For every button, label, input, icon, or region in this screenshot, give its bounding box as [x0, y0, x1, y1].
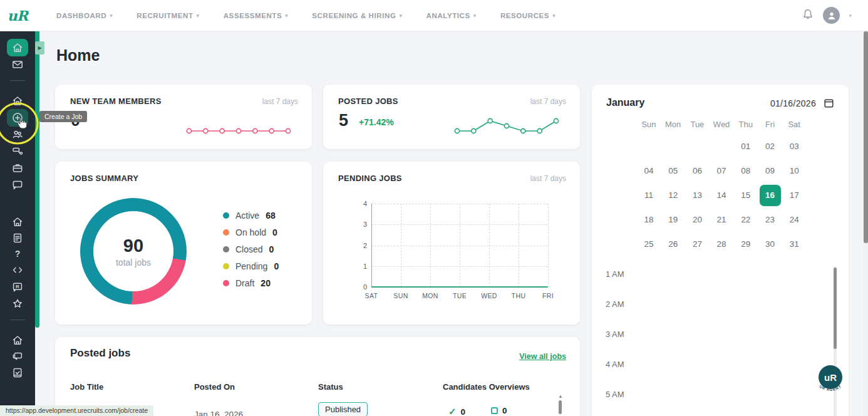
calendar-day-23[interactable]: 23: [760, 209, 781, 231]
card-period: last 7 days: [530, 97, 566, 106]
legend-label: Pending: [235, 261, 267, 271]
calendar-day-15[interactable]: 15: [735, 185, 757, 206]
calendar-day-20[interactable]: 20: [686, 209, 708, 231]
sidebar-item-messages[interactable]: [7, 176, 28, 194]
gridline-v: [401, 204, 401, 287]
calendar-day-09[interactable]: 09: [760, 160, 781, 182]
sidebar-item-help[interactable]: ?: [7, 245, 28, 263]
sidebar-item-workflow[interactable]: [7, 142, 28, 160]
create-job-icon: [11, 112, 24, 124]
home-alt-icon: [11, 216, 24, 228]
calendar-day-30[interactable]: 30: [760, 234, 781, 255]
calendar-day-18[interactable]: 18: [638, 209, 659, 231]
viewport-scrollbar-track[interactable]: [864, 31, 868, 416]
calendar-day-03[interactable]: 03: [783, 136, 805, 157]
table-scrollbar[interactable]: ▲: [558, 393, 562, 414]
chevron-down-icon: ▾: [552, 13, 555, 19]
calendar-day-06[interactable]: 06: [686, 160, 708, 182]
nav-item-dashboard[interactable]: DASHBOARD▾: [56, 12, 113, 19]
sidebar-item-building[interactable]: [7, 92, 28, 110]
calendar-day-01[interactable]: 01: [735, 136, 757, 157]
help-icon: ?: [11, 247, 24, 260]
calendar-day-28[interactable]: 28: [711, 234, 732, 255]
donut-center: 90 total jobs: [93, 211, 173, 291]
sidebar-item-mail[interactable]: [7, 56, 28, 73]
building-icon: [11, 95, 24, 107]
notifications-bell-icon[interactable]: [802, 8, 814, 23]
nav-item-label: SCREENING & HIRING: [312, 12, 396, 19]
calendar-day-12[interactable]: 12: [663, 185, 684, 206]
home-icon: [11, 41, 24, 54]
calendar-day-31[interactable]: 31: [783, 234, 805, 255]
calendar-day-08[interactable]: 08: [735, 160, 757, 182]
calendar-day-02[interactable]: 02: [760, 136, 781, 157]
sidebar-item-create-job[interactable]: [7, 109, 28, 127]
calendar-day-17[interactable]: 17: [783, 185, 805, 206]
sidebar-expand-button[interactable]: ▶: [35, 41, 44, 55]
total-jobs-value: 90: [123, 236, 143, 256]
sidebar-accent-rail: [35, 31, 39, 328]
sidebar-item-developer-code[interactable]: [7, 261, 28, 279]
calendar-scrollbar-thumb[interactable]: [834, 268, 837, 349]
nav-item-label: ANALYTICS: [426, 12, 470, 19]
calendar-day-26[interactable]: 26: [663, 234, 684, 255]
favorites-icon: [11, 298, 24, 310]
cell-candidates-check: ✓ 0: [448, 406, 465, 416]
card-title: JOBS SUMMARY: [70, 174, 138, 183]
profile-menu-caret[interactable]: ▾: [849, 13, 852, 19]
sidebar-item-home[interactable]: [7, 39, 28, 56]
calendar-day-04[interactable]: 04: [638, 160, 659, 182]
legend-value: 0: [272, 227, 277, 237]
calendar-picker-icon[interactable]: [824, 98, 834, 110]
calendar-day-13[interactable]: 13: [686, 185, 708, 206]
sidebar-item-jobs-briefcase[interactable]: [7, 159, 28, 177]
table-scrollbar-thumb[interactable]: [559, 400, 562, 414]
legend-row-draft: Draft20: [223, 274, 279, 291]
nav-item-screening-hiring[interactable]: SCREENING & HIRING▾: [312, 12, 402, 19]
sidebar-item-documents[interactable]: [7, 229, 28, 247]
sidebar-item-home-bottom[interactable]: [7, 331, 28, 349]
calendar-day-11[interactable]: 11: [638, 185, 659, 206]
calendar-day-24[interactable]: 24: [783, 209, 805, 231]
calendar-day-19[interactable]: 19: [663, 209, 684, 231]
square-icon: [491, 407, 498, 414]
viewport-scrollbar-thumb[interactable]: [864, 31, 868, 243]
sidebar-item-reviews[interactable]: R: [7, 278, 28, 296]
x-label-mon: MON: [418, 292, 443, 299]
sidebar-item-candidates[interactable]: [7, 125, 28, 143]
nav-item-resources[interactable]: RESOURCES▾: [500, 12, 555, 19]
chevron-down-icon: ▾: [197, 13, 200, 19]
view-all-jobs-link[interactable]: View all jobs: [519, 352, 566, 361]
weekday-fri: Fri: [758, 120, 782, 129]
posted-jobs-card: POSTED JOBS last 7 days 5 +71.42%: [323, 85, 580, 149]
y-axis: [371, 204, 372, 287]
calendar-day-21[interactable]: 21: [711, 209, 732, 231]
nav-item-recruitment[interactable]: RECRUITMENT▾: [137, 12, 199, 19]
sidebar-item-chat[interactable]: [7, 348, 28, 365]
scroll-up-arrow[interactable]: ▲: [558, 393, 562, 399]
calendar-day-22[interactable]: 22: [735, 209, 757, 231]
nav-item-analytics[interactable]: ANALYTICS▾: [426, 12, 477, 19]
calendar-day-10[interactable]: 10: [783, 160, 805, 182]
posted-jobs-section-title: Posted jobs: [70, 347, 130, 360]
ur-agent-widget[interactable]: uR UR AGENT: [815, 363, 845, 398]
calendar-day-25[interactable]: 25: [638, 234, 659, 255]
calendar-day-29[interactable]: 29: [735, 234, 757, 255]
urecruits-logo[interactable]: uR: [0, 8, 35, 24]
sidebar-item-favorites[interactable]: [7, 295, 28, 313]
calendar-day-05[interactable]: 05: [663, 160, 684, 182]
calendar-day-27[interactable]: 27: [686, 234, 708, 255]
chevron-down-icon: ▾: [399, 13, 402, 19]
calendar-day-16[interactable]: 16: [760, 185, 781, 206]
user-avatar[interactable]: [823, 7, 840, 24]
calendar-date-input[interactable]: 01/16/2026: [770, 98, 816, 108]
sidebar-item-home-alt[interactable]: [7, 213, 28, 231]
agent-badge-label: uR: [824, 372, 837, 383]
calendar-day-14[interactable]: 14: [711, 185, 732, 206]
gridline-v: [489, 204, 490, 287]
documents-icon: [11, 232, 24, 244]
card-title: POSTED JOBS: [338, 96, 398, 106]
sidebar-item-tasks-book[interactable]: [7, 364, 28, 382]
calendar-day-07[interactable]: 07: [711, 160, 732, 182]
nav-item-assessments[interactable]: ASSESSMENTS▾: [224, 12, 289, 19]
